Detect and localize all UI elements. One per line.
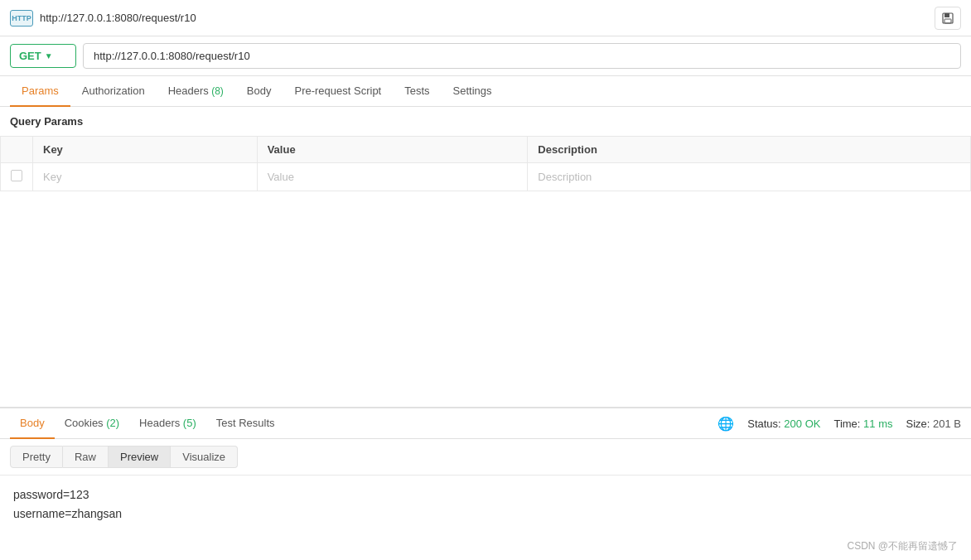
time-label: Time: 11 ms xyxy=(833,418,892,430)
status-value: 200 OK xyxy=(784,418,820,430)
response-line-1: password=123 xyxy=(13,485,958,504)
response-line-2: username=zhangsan xyxy=(13,504,958,523)
watermark: CSDN @不能再留遗憾了 xyxy=(0,533,971,560)
time-value: 11 ms xyxy=(863,418,892,430)
format-tab-visualize[interactable]: Visualize xyxy=(171,446,238,468)
format-tab-pretty[interactable]: Pretty xyxy=(10,446,63,468)
globe-icon: 🌐 xyxy=(717,416,734,432)
format-tab-raw[interactable]: Raw xyxy=(63,446,109,468)
format-tab-preview[interactable]: Preview xyxy=(109,446,171,468)
response-body: password=123 username=zhangsan xyxy=(0,476,971,533)
response-tab-headers[interactable]: Headers (5) xyxy=(129,408,206,439)
http-icon: HTTP xyxy=(10,10,33,27)
save-button[interactable] xyxy=(935,7,961,30)
response-section: Body Cookies (2) Headers (5) Test Result… xyxy=(0,407,971,560)
svg-rect-2 xyxy=(944,19,951,23)
tab-body[interactable]: Body xyxy=(235,76,283,107)
request-bar: GET ▼ xyxy=(0,36,971,76)
tab-authorization[interactable]: Authorization xyxy=(70,76,157,107)
size-value: 201 B xyxy=(933,418,961,430)
title-bar: HTTP http://127.0.0.1:8080/request/r10 xyxy=(0,0,971,36)
query-params-label: Query Params xyxy=(0,107,971,136)
response-tabs: Body Cookies (2) Headers (5) Test Result… xyxy=(0,408,971,439)
response-tab-body[interactable]: Body xyxy=(10,408,55,439)
chevron-down-icon: ▼ xyxy=(45,51,53,60)
svg-rect-1 xyxy=(944,13,949,17)
tab-settings[interactable]: Settings xyxy=(442,76,504,107)
format-tabs: Pretty Raw Preview Visualize xyxy=(0,439,971,476)
params-table: Key Value Description Key Value Descript… xyxy=(0,136,971,191)
request-tabs: Params Authorization Headers (8) Body Pr… xyxy=(0,76,971,107)
size-label: Size: 201 B xyxy=(906,418,961,430)
app-container: HTTP http://127.0.0.1:8080/request/r10 G… xyxy=(0,0,971,560)
col-value: Value xyxy=(257,137,528,163)
method-dropdown[interactable]: GET ▼ xyxy=(10,44,76,68)
row-checkbox[interactable] xyxy=(1,163,33,191)
params-section: Query Params Key Value Description Key V… xyxy=(0,107,971,407)
table-row: Key Value Description xyxy=(1,163,971,191)
tab-prerequest[interactable]: Pre-request Script xyxy=(283,76,393,107)
row-key[interactable]: Key xyxy=(33,163,258,191)
response-tab-cookies[interactable]: Cookies (2) xyxy=(55,408,129,439)
col-key: Key xyxy=(33,137,258,163)
tab-tests[interactable]: Tests xyxy=(393,76,441,107)
status-label: Status: 200 OK xyxy=(747,418,820,430)
title-url: http://127.0.0.1:8080/request/r10 xyxy=(40,12,935,24)
response-meta: 🌐 Status: 200 OK Time: 11 ms Size: 201 B xyxy=(717,416,961,432)
response-tab-testresults[interactable]: Test Results xyxy=(206,408,285,439)
row-description[interactable]: Description xyxy=(528,163,971,191)
row-value[interactable]: Value xyxy=(257,163,528,191)
save-icon xyxy=(941,12,954,25)
tab-headers[interactable]: Headers (8) xyxy=(157,76,235,107)
tab-params[interactable]: Params xyxy=(10,76,70,107)
url-input[interactable] xyxy=(83,43,961,69)
method-label: GET xyxy=(19,50,41,62)
col-description: Description xyxy=(528,137,971,163)
col-checkbox xyxy=(1,137,33,163)
